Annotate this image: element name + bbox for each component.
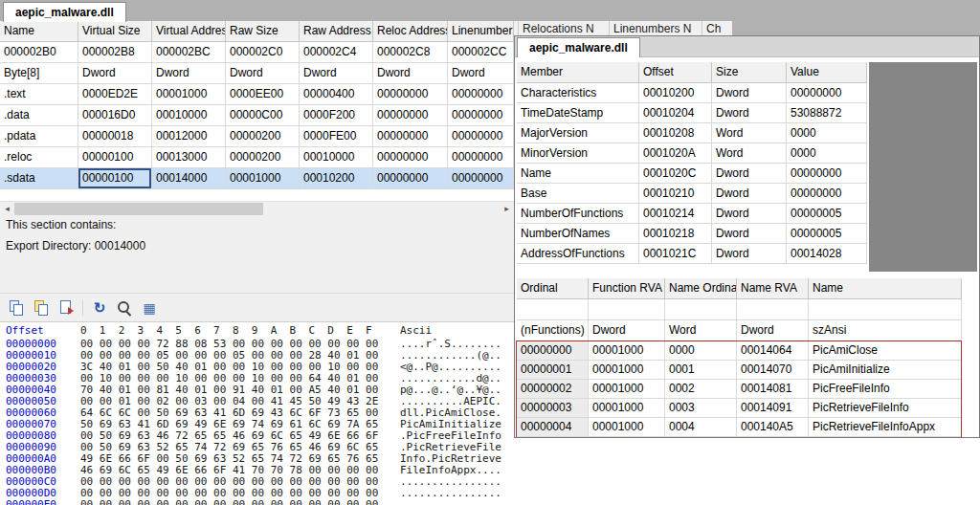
cell[interactable]: 00000000 bbox=[517, 341, 589, 361]
cell[interactable]: PicAmiClose bbox=[809, 341, 962, 361]
cell[interactable]: NumberOfNames bbox=[517, 224, 639, 244]
cell[interactable]: .text bbox=[0, 84, 78, 105]
cell[interactable]: Dword bbox=[78, 63, 152, 84]
cell[interactable]: 00000018 bbox=[78, 126, 152, 147]
cell[interactable]: 00010218 bbox=[639, 224, 712, 244]
cell[interactable]: 00000000 bbox=[448, 84, 514, 105]
cell[interactable]: 000002C4 bbox=[300, 42, 373, 63]
cell[interactable]: 00000200 bbox=[226, 147, 300, 168]
cell[interactable]: 00010000 bbox=[300, 147, 373, 168]
cell[interactable]: 00000005 bbox=[787, 224, 867, 244]
cell[interactable]: .pdata bbox=[0, 126, 78, 147]
cell[interactable]: Dword bbox=[152, 63, 226, 84]
cell[interactable]: Word bbox=[712, 123, 787, 143]
cell[interactable]: 0002 bbox=[665, 380, 737, 399]
cell[interactable]: NumberOfFunctions bbox=[517, 204, 639, 224]
hex-row[interactable]: 000000E0 00 00 00 00 00 00 00 00 00 00 0… bbox=[0, 499, 514, 505]
cell[interactable]: .reloc bbox=[0, 147, 78, 168]
cell[interactable]: Dword bbox=[712, 244, 787, 264]
cell[interactable]: 00014028 bbox=[787, 244, 867, 264]
cell[interactable]: Dword bbox=[712, 224, 787, 244]
cell[interactable]: Byte[8] bbox=[0, 63, 78, 84]
cell[interactable]: 00010000 bbox=[152, 105, 226, 126]
cell[interactable]: 00000000 bbox=[373, 126, 448, 147]
cell[interactable]: MajorVersion bbox=[517, 123, 639, 143]
cell[interactable]: 00001000 bbox=[589, 361, 665, 380]
cell[interactable]: Name bbox=[517, 164, 639, 184]
horizontal-scrollbar[interactable]: ◂ ▸ bbox=[0, 201, 514, 216]
cell[interactable]: 0000 bbox=[665, 341, 737, 361]
cell[interactable]: Dword bbox=[712, 83, 787, 103]
cell[interactable]: 000002B8 bbox=[78, 42, 152, 63]
cell[interactable]: 00014064 bbox=[737, 341, 809, 361]
cell[interactable]: PicRetrieveFileInfo bbox=[809, 399, 962, 418]
cell[interactable]: 000002BC bbox=[152, 42, 226, 63]
cell[interactable]: Word bbox=[712, 143, 787, 164]
cell[interactable]: 0003 bbox=[665, 399, 737, 418]
cell[interactable]: 00000000 bbox=[448, 126, 514, 147]
cell[interactable]: 00000000 bbox=[448, 168, 514, 189]
search-icon[interactable] bbox=[116, 299, 133, 317]
cell[interactable]: 0001020C bbox=[639, 164, 712, 184]
cell[interactable]: 0004 bbox=[665, 418, 737, 437]
hex-ascii[interactable]: ................ bbox=[400, 499, 501, 505]
cell[interactable]: 0000EE00 bbox=[226, 84, 300, 105]
copy-icon[interactable] bbox=[8, 299, 25, 317]
cell[interactable]: 00000000 bbox=[787, 164, 867, 184]
cell[interactable]: AddressOfFunctions bbox=[517, 244, 639, 264]
cell[interactable]: Dword bbox=[712, 103, 787, 123]
cell[interactable]: Characteristics bbox=[517, 83, 639, 103]
cell[interactable]: MinorVersion bbox=[517, 143, 639, 164]
cell[interactable]: 00014000 bbox=[152, 168, 226, 189]
cell[interactable]: Dword bbox=[712, 184, 787, 204]
cell[interactable]: Dword bbox=[712, 204, 787, 224]
cell[interactable]: 00012000 bbox=[152, 126, 226, 147]
cell[interactable]: 00010210 bbox=[639, 184, 712, 204]
cell[interactable]: 00000002 bbox=[517, 380, 589, 399]
hex-bytes[interactable]: 00 00 00 00 00 00 00 00 00 00 00 00 00 0… bbox=[80, 499, 378, 505]
cell[interactable]: 00001000 bbox=[589, 341, 665, 361]
cell[interactable]: 00000004 bbox=[517, 418, 589, 437]
cell[interactable]: 00000C00 bbox=[226, 105, 300, 126]
cell[interactable]: 00014081 bbox=[737, 380, 809, 399]
cell[interactable]: 00000200 bbox=[226, 126, 300, 147]
cell[interactable]: 00000003 bbox=[517, 399, 589, 418]
cell[interactable]: 0000F200 bbox=[300, 105, 373, 126]
cell[interactable]: 000140A5 bbox=[737, 418, 809, 437]
cell[interactable]: 00010200 bbox=[300, 168, 373, 189]
cell[interactable]: TimeDateStamp bbox=[517, 103, 639, 123]
cell[interactable]: 00001000 bbox=[589, 399, 665, 418]
cell[interactable]: 0000ED2E bbox=[78, 84, 152, 105]
cell[interactable]: 000002CC bbox=[448, 42, 514, 63]
cell[interactable]: Dword bbox=[448, 63, 514, 84]
cell[interactable]: 00000001 bbox=[517, 361, 589, 380]
cell[interactable]: 00000100 bbox=[78, 147, 152, 168]
cell[interactable]: 00001000 bbox=[589, 418, 665, 437]
cell[interactable]: 53088872 bbox=[787, 103, 867, 123]
cell[interactable]: 0000 bbox=[787, 123, 867, 143]
tab-right-document[interactable]: aepic_malware.dll bbox=[517, 37, 640, 57]
cell[interactable]: 0001021C bbox=[639, 244, 712, 264]
cell[interactable]: 00000000 bbox=[373, 84, 448, 105]
cell[interactable]: 00000000 bbox=[787, 83, 867, 103]
cell[interactable]: 00001000 bbox=[152, 84, 226, 105]
copy-special-icon[interactable] bbox=[33, 299, 50, 317]
cell[interactable]: 00010200 bbox=[639, 83, 712, 103]
cell[interactable]: 0001 bbox=[665, 361, 737, 380]
cell[interactable]: Dword bbox=[226, 63, 300, 84]
tab-left-document[interactable]: aepic_malware.dll bbox=[3, 2, 126, 22]
cell[interactable]: Dword bbox=[300, 63, 373, 84]
scrollbar-thumb[interactable] bbox=[14, 203, 263, 215]
refresh-icon[interactable]: ↻ bbox=[91, 299, 108, 317]
cell[interactable]: 00000005 bbox=[787, 204, 867, 224]
cell[interactable]: .data bbox=[0, 105, 78, 126]
cell[interactable]: 00013000 bbox=[152, 147, 226, 168]
cell[interactable]: 0001020A bbox=[639, 143, 712, 164]
cell[interactable]: PicFreeFileInfo bbox=[809, 380, 962, 399]
cell[interactable]: 00014091 bbox=[737, 399, 809, 418]
cell[interactable]: 0000FE00 bbox=[300, 126, 373, 147]
cell[interactable]: 00014070 bbox=[737, 361, 809, 380]
cell-focused[interactable]: 00000100 bbox=[78, 168, 152, 189]
goto-offset-icon[interactable]: ▦ bbox=[141, 299, 158, 317]
cell[interactable]: Base bbox=[517, 184, 639, 204]
